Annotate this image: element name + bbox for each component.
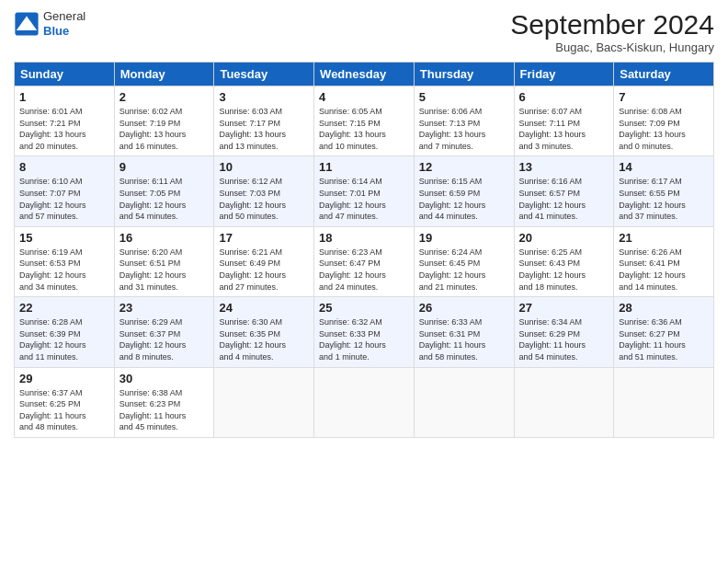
logo-blue: Blue [43,24,85,39]
day-number: 21 [619,231,709,245]
day-number: 30 [119,372,210,385]
table-row: 12Sunrise: 6:15 AM Sunset: 6:59 PM Dayli… [414,156,514,226]
table-row: 3Sunrise: 6:03 AM Sunset: 7:17 PM Daylig… [214,86,314,156]
table-row: 11Sunrise: 6:14 AM Sunset: 7:01 PM Dayli… [314,156,415,226]
day-detail: Sunrise: 6:24 AM Sunset: 6:45 PM Dayligh… [419,247,509,293]
table-row: 25Sunrise: 6:32 AM Sunset: 6:33 PM Dayli… [314,297,415,367]
day-number: 25 [319,301,409,315]
header: General Blue September 2024 Bugac, Bacs-… [14,9,714,54]
day-number: 5 [419,90,509,104]
table-row: 7Sunrise: 6:08 AM Sunset: 7:09 PM Daylig… [614,86,714,156]
col-friday: Friday [514,63,614,86]
day-detail: Sunrise: 6:15 AM Sunset: 6:59 PM Dayligh… [419,176,509,222]
day-detail: Sunrise: 6:33 AM Sunset: 6:31 PM Dayligh… [419,316,509,362]
day-number: 12 [419,160,509,174]
day-number: 22 [19,301,109,315]
table-row: 14Sunrise: 6:17 AM Sunset: 6:55 PM Dayli… [614,156,714,226]
day-detail: Sunrise: 6:17 AM Sunset: 6:55 PM Dayligh… [619,176,709,222]
table-row: 20Sunrise: 6:25 AM Sunset: 6:43 PM Dayli… [514,226,614,296]
day-detail: Sunrise: 6:06 AM Sunset: 7:13 PM Dayligh… [419,106,509,152]
table-row: 29Sunrise: 6:37 AM Sunset: 6:25 PM Dayli… [15,367,115,437]
day-number: 7 [619,90,709,104]
day-detail: Sunrise: 6:20 AM Sunset: 6:51 PM Dayligh… [119,247,210,293]
day-number: 18 [319,231,409,245]
table-row: 18Sunrise: 6:23 AM Sunset: 6:47 PM Dayli… [314,226,415,296]
day-detail: Sunrise: 6:10 AM Sunset: 7:07 PM Dayligh… [19,176,109,222]
day-detail: Sunrise: 6:21 AM Sunset: 6:49 PM Dayligh… [219,247,309,293]
calendar-header-row: Sunday Monday Tuesday Wednesday Thursday… [15,63,714,86]
table-row: 16Sunrise: 6:20 AM Sunset: 6:51 PM Dayli… [114,226,214,296]
day-detail: Sunrise: 6:26 AM Sunset: 6:41 PM Dayligh… [619,247,709,293]
table-row: 26Sunrise: 6:33 AM Sunset: 6:31 PM Dayli… [414,297,514,367]
calendar-week-row: 1Sunrise: 6:01 AM Sunset: 7:21 PM Daylig… [15,86,714,156]
day-number: 28 [619,301,709,315]
day-detail: Sunrise: 6:11 AM Sunset: 7:05 PM Dayligh… [119,176,210,222]
calendar-week-row: 15Sunrise: 6:19 AM Sunset: 6:53 PM Dayli… [15,226,714,296]
col-tuesday: Tuesday [214,63,314,86]
logo-text: General Blue [43,9,85,38]
table-row: 17Sunrise: 6:21 AM Sunset: 6:49 PM Dayli… [214,226,314,296]
table-row: 9Sunrise: 6:11 AM Sunset: 7:05 PM Daylig… [114,156,214,226]
day-detail: Sunrise: 6:34 AM Sunset: 6:29 PM Dayligh… [519,316,609,362]
table-row: 28Sunrise: 6:36 AM Sunset: 6:27 PM Dayli… [614,297,714,367]
table-row: 23Sunrise: 6:29 AM Sunset: 6:37 PM Dayli… [114,297,214,367]
table-row: 2Sunrise: 6:02 AM Sunset: 7:19 PM Daylig… [114,86,214,156]
day-number: 13 [519,160,609,174]
day-number: 20 [519,231,609,245]
table-row: 13Sunrise: 6:16 AM Sunset: 6:57 PM Dayli… [514,156,614,226]
calendar-week-row: 29Sunrise: 6:37 AM Sunset: 6:25 PM Dayli… [15,367,714,437]
table-row: 10Sunrise: 6:12 AM Sunset: 7:03 PM Dayli… [214,156,314,226]
day-detail: Sunrise: 6:38 AM Sunset: 6:23 PM Dayligh… [119,387,210,433]
day-number: 10 [219,160,309,174]
table-row: 19Sunrise: 6:24 AM Sunset: 6:45 PM Dayli… [414,226,514,296]
day-detail: Sunrise: 6:32 AM Sunset: 6:33 PM Dayligh… [319,316,409,362]
day-detail: Sunrise: 6:36 AM Sunset: 6:27 PM Dayligh… [619,316,709,362]
table-row [614,367,714,437]
table-row [314,367,415,437]
day-detail: Sunrise: 6:07 AM Sunset: 7:11 PM Dayligh… [519,106,609,152]
day-detail: Sunrise: 6:25 AM Sunset: 6:43 PM Dayligh… [519,247,609,293]
day-number: 14 [619,160,709,174]
table-row: 4Sunrise: 6:05 AM Sunset: 7:15 PM Daylig… [314,86,415,156]
day-number: 3 [219,90,309,104]
table-row: 8Sunrise: 6:10 AM Sunset: 7:07 PM Daylig… [15,156,115,226]
table-row: 22Sunrise: 6:28 AM Sunset: 6:39 PM Dayli… [15,297,115,367]
day-detail: Sunrise: 6:37 AM Sunset: 6:25 PM Dayligh… [19,387,109,433]
day-detail: Sunrise: 6:14 AM Sunset: 7:01 PM Dayligh… [319,176,409,222]
day-detail: Sunrise: 6:23 AM Sunset: 6:47 PM Dayligh… [319,247,409,293]
page: General Blue September 2024 Bugac, Bacs-… [0,0,728,563]
day-number: 26 [419,301,509,315]
col-wednesday: Wednesday [314,63,415,86]
table-row: 15Sunrise: 6:19 AM Sunset: 6:53 PM Dayli… [15,226,115,296]
day-number: 16 [119,231,210,245]
day-number: 17 [219,231,309,245]
day-detail: Sunrise: 6:28 AM Sunset: 6:39 PM Dayligh… [19,316,109,362]
day-detail: Sunrise: 6:16 AM Sunset: 6:57 PM Dayligh… [519,176,609,222]
col-saturday: Saturday [614,63,714,86]
col-sunday: Sunday [15,63,115,86]
day-number: 8 [19,160,109,174]
table-row: 30Sunrise: 6:38 AM Sunset: 6:23 PM Dayli… [114,367,214,437]
col-thursday: Thursday [414,63,514,86]
day-detail: Sunrise: 6:01 AM Sunset: 7:21 PM Dayligh… [19,106,109,152]
day-number: 27 [519,301,609,315]
day-number: 29 [19,372,109,385]
day-number: 9 [119,160,210,174]
day-detail: Sunrise: 6:30 AM Sunset: 6:35 PM Dayligh… [219,316,309,362]
day-number: 11 [319,160,409,174]
day-detail: Sunrise: 6:19 AM Sunset: 6:53 PM Dayligh… [19,247,109,293]
day-detail: Sunrise: 6:03 AM Sunset: 7:17 PM Dayligh… [219,106,309,152]
day-detail: Sunrise: 6:12 AM Sunset: 7:03 PM Dayligh… [219,176,309,222]
table-row [214,367,314,437]
table-row: 6Sunrise: 6:07 AM Sunset: 7:11 PM Daylig… [514,86,614,156]
day-number: 15 [19,231,109,245]
col-monday: Monday [114,63,214,86]
table-row: 24Sunrise: 6:30 AM Sunset: 6:35 PM Dayli… [214,297,314,367]
day-number: 24 [219,301,309,315]
day-detail: Sunrise: 6:29 AM Sunset: 6:37 PM Dayligh… [119,316,210,362]
table-row: 21Sunrise: 6:26 AM Sunset: 6:41 PM Dayli… [614,226,714,296]
day-number: 2 [119,90,210,104]
table-row: 5Sunrise: 6:06 AM Sunset: 7:13 PM Daylig… [414,86,514,156]
day-detail: Sunrise: 6:02 AM Sunset: 7:19 PM Dayligh… [119,106,210,152]
subtitle: Bugac, Bacs-Kiskun, Hungary [510,40,714,54]
